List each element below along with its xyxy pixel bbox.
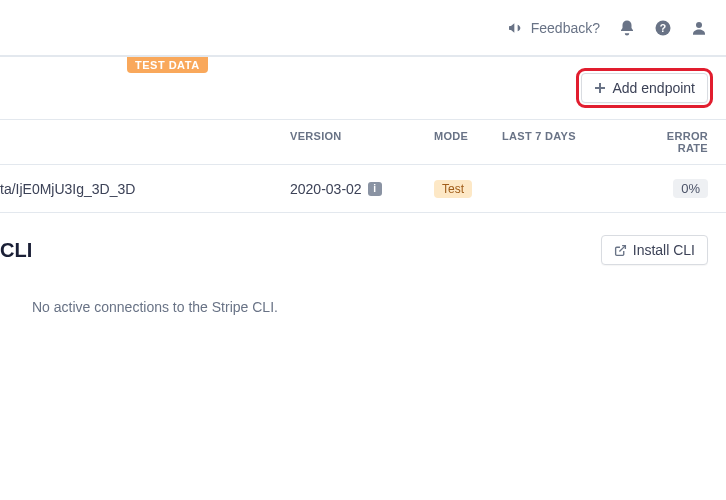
cli-title: CLI <box>0 239 32 262</box>
header-last7: LAST 7 DAYS <box>502 130 636 154</box>
install-cli-button[interactable]: Install CLI <box>601 235 708 265</box>
actions-row: Add endpoint <box>0 57 726 119</box>
table-row[interactable]: ta/IjE0MjU3Ig_3D_3D 2020-03-02 i Test 0% <box>0 165 726 213</box>
plus-icon <box>594 82 606 94</box>
mode-pill: Test <box>434 180 472 198</box>
svg-text:?: ? <box>660 21 666 33</box>
external-link-icon <box>614 244 627 257</box>
cli-no-connections: No active connections to the Stripe CLI. <box>0 277 726 315</box>
error-rate-pill: 0% <box>673 179 708 198</box>
endpoints-table: VERSION MODE LAST 7 DAYS ERROR RATE ta/I… <box>0 119 726 213</box>
svg-point-2 <box>696 22 702 28</box>
user-icon[interactable] <box>690 19 708 37</box>
cli-section: CLI Install CLI <box>0 213 726 277</box>
add-endpoint-label: Add endpoint <box>612 80 695 96</box>
add-endpoint-button[interactable]: Add endpoint <box>581 73 708 103</box>
header-mode: MODE <box>434 130 502 154</box>
install-cli-label: Install CLI <box>633 242 695 258</box>
endpoint-version: 2020-03-02 <box>290 181 362 197</box>
info-icon[interactable]: i <box>368 182 382 196</box>
megaphone-icon <box>507 20 523 36</box>
endpoint-url: ta/IjE0MjU3Ig_3D_3D <box>0 181 290 197</box>
feedback-link[interactable]: Feedback? <box>507 20 600 36</box>
test-data-badge: TEST DATA <box>127 57 208 73</box>
table-header: VERSION MODE LAST 7 DAYS ERROR RATE <box>0 119 726 165</box>
feedback-label: Feedback? <box>531 20 600 36</box>
bell-icon[interactable] <box>618 19 636 37</box>
test-data-banner: TEST DATA <box>0 56 726 57</box>
topbar: Feedback? ? <box>0 0 726 56</box>
header-error-rate: ERROR RATE <box>636 130 708 154</box>
header-version: VERSION <box>290 130 434 154</box>
help-icon[interactable]: ? <box>654 19 672 37</box>
